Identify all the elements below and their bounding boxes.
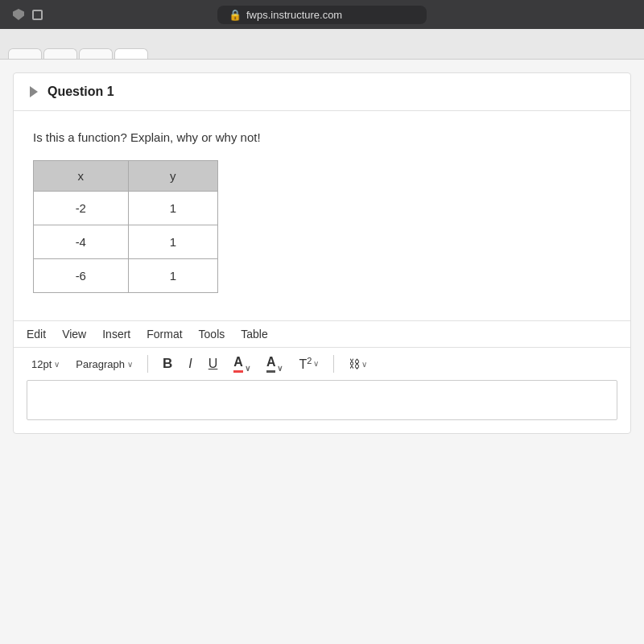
font-color-button[interactable]: A ∨: [229, 353, 255, 375]
tab-1[interactable]: [8, 48, 42, 59]
browser-icons: [13, 9, 43, 20]
menu-edit[interactable]: Edit: [27, 326, 46, 342]
xy-table: x y -2 1 -4 1 -6 1: [33, 160, 218, 293]
menu-format[interactable]: Format: [147, 326, 182, 342]
question-body: Is this a function? Explain, why or why …: [14, 111, 630, 320]
table-cell-y0: 1: [128, 192, 217, 225]
font-size-select[interactable]: 12pt ∨: [27, 356, 64, 373]
highlight-chevron: ∨: [277, 364, 283, 373]
font-color-chevron: ∨: [245, 364, 250, 373]
lock-icon: 🔒: [229, 9, 242, 21]
paragraph-label: Paragraph: [76, 358, 125, 370]
table-row: -2 1: [34, 192, 218, 225]
link-group: ⛓ ∨: [344, 355, 372, 373]
bold-button[interactable]: B: [158, 353, 177, 374]
table-cell-y2: 1: [128, 259, 217, 293]
underline-button[interactable]: U: [204, 354, 223, 374]
question-header: Question 1: [14, 73, 630, 111]
shield-icon: [13, 9, 24, 20]
highlight-color-group: A ∨: [262, 353, 288, 375]
table-row: -4 1: [34, 225, 218, 259]
font-color-a: A: [233, 355, 243, 373]
tabs-bar: [0, 29, 644, 60]
t2-button[interactable]: T2 ∨: [294, 353, 324, 374]
expand-arrow[interactable]: [30, 86, 38, 97]
font-size-label: 12pt: [31, 358, 52, 370]
menu-table[interactable]: Table: [241, 326, 267, 342]
t2-group: T2 ∨: [294, 353, 324, 374]
editor-toolbar: 12pt ∨ Paragraph ∨ B I U A ∨ A ∨: [14, 347, 630, 380]
question-prompt: Is this a function? Explain, why or why …: [33, 130, 611, 144]
menu-insert[interactable]: Insert: [102, 326, 130, 342]
table-cell-x2: -6: [34, 259, 129, 293]
table-cell-x0: -2: [34, 192, 129, 225]
t2-label: T2: [299, 356, 312, 372]
tab-4[interactable]: [114, 48, 148, 59]
editor-menu: Edit View Insert Format Tools Table: [14, 320, 630, 347]
question-title: Question 1: [47, 85, 114, 99]
tab-3[interactable]: [79, 48, 113, 59]
font-color-group: A ∨: [229, 353, 255, 375]
question-card: Question 1 Is this a function? Explain, …: [13, 72, 631, 434]
table-header-y: y: [128, 161, 217, 192]
url-bar[interactable]: 🔒 fwps.instructure.com: [217, 6, 427, 24]
toolbar-divider-1: [147, 355, 148, 373]
link-button[interactable]: ⛓ ∨: [344, 355, 372, 373]
t2-chevron: ∨: [313, 359, 319, 368]
answer-input-area[interactable]: [27, 380, 617, 420]
table-header-x: x: [34, 161, 129, 192]
paragraph-chevron: ∨: [127, 360, 133, 369]
italic-button[interactable]: I: [184, 354, 196, 374]
highlight-button[interactable]: A ∨: [262, 353, 288, 375]
tab-2[interactable]: [43, 48, 77, 59]
square-icon: [32, 10, 43, 20]
link-chevron: ∨: [361, 360, 367, 369]
browser-chrome: 🔒 fwps.instructure.com: [0, 0, 644, 29]
font-size-chevron: ∨: [54, 360, 60, 369]
toolbar-divider-2: [333, 355, 334, 373]
paragraph-select[interactable]: Paragraph ∨: [71, 356, 138, 373]
highlight-a: A: [266, 355, 276, 373]
link-icon: ⛓: [349, 357, 360, 370]
table-row: -6 1: [34, 259, 218, 293]
menu-view[interactable]: View: [62, 326, 86, 342]
menu-tools[interactable]: Tools: [199, 326, 225, 342]
table-cell-y1: 1: [128, 225, 217, 259]
main-content: Question 1 Is this a function? Explain, …: [0, 60, 644, 644]
url-text: fwps.instructure.com: [246, 9, 342, 21]
table-cell-x1: -4: [34, 225, 129, 259]
